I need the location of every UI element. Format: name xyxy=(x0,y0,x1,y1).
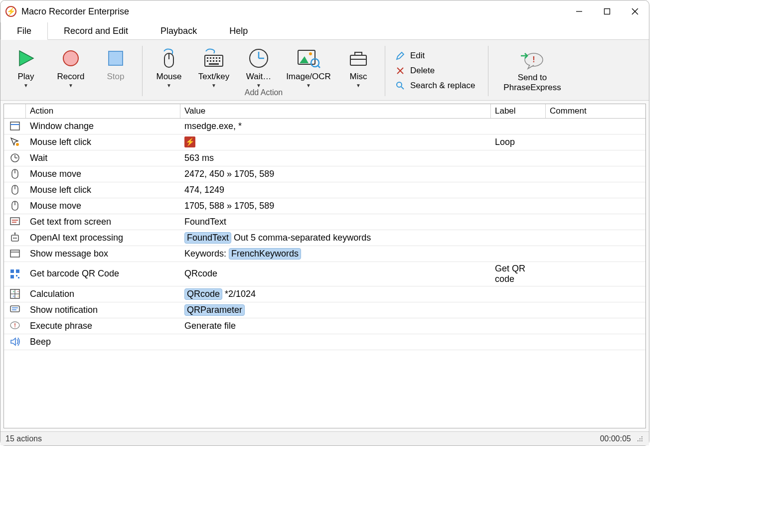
svg-marker-26 xyxy=(300,56,309,63)
pencil-icon xyxy=(395,51,405,61)
menu-file[interactable]: File xyxy=(0,22,48,40)
cell-label xyxy=(491,252,546,255)
clock-icon xyxy=(248,48,269,69)
menu-playback[interactable]: Playback xyxy=(145,22,213,39)
cell-label xyxy=(491,156,546,159)
table-row[interactable]: Get barcode QR CodeQRcodeGet QR code xyxy=(4,262,645,286)
table-row[interactable]: Window changemsedge.exe, * xyxy=(4,119,645,134)
table-header: Action Value Label Comment xyxy=(4,104,645,119)
cell-action: Mouse left click xyxy=(26,135,180,149)
cell-value-text: Generate file xyxy=(184,321,236,331)
table-row[interactable]: Beep xyxy=(4,334,645,350)
svg-rect-57 xyxy=(10,250,19,257)
menu-help[interactable]: Help xyxy=(213,22,264,39)
svg-text:!: ! xyxy=(14,322,16,328)
wait-button[interactable]: Wait… ▼ xyxy=(236,44,281,88)
cell-action: Calculation xyxy=(26,287,180,301)
textkey-button[interactable]: Text/key ▼ xyxy=(191,44,236,88)
maximize-button[interactable] xyxy=(593,0,621,22)
close-button[interactable] xyxy=(621,0,649,22)
record-button[interactable]: Record ▼ xyxy=(48,44,93,88)
cell-comment xyxy=(546,140,645,143)
send-to-phraseexpress-button[interactable]: ! Send to PhraseExpress xyxy=(492,42,572,100)
cell-comment xyxy=(546,292,645,295)
phraseexpress-icon: ! xyxy=(520,51,545,71)
statusbar: 15 actions 00:00:05 xyxy=(0,431,649,445)
table-row[interactable]: Mouse left click474, 1249 xyxy=(4,182,645,198)
variable-chip: QRcode xyxy=(184,288,222,300)
cell-value: QRParameter xyxy=(180,303,491,317)
cell-comment xyxy=(546,308,645,311)
mouse-icon xyxy=(9,168,20,179)
delete-icon xyxy=(395,66,405,76)
column-header-label[interactable]: Label xyxy=(491,104,546,118)
column-header-comment[interactable]: Comment xyxy=(546,104,645,118)
svg-rect-15 xyxy=(207,60,208,62)
misc-button[interactable]: Misc ▼ xyxy=(336,44,381,88)
column-header-value[interactable]: Value xyxy=(180,104,491,118)
resize-grip[interactable] xyxy=(636,435,644,443)
cell-value: 1705, 588 » 1705, 589 xyxy=(180,199,491,213)
delete-button[interactable]: Delete xyxy=(395,66,478,76)
imageocr-button[interactable]: Image/OCR ▼ xyxy=(281,44,336,88)
chevron-down-icon: ▼ xyxy=(166,83,171,88)
column-header-icon[interactable] xyxy=(4,104,26,118)
variable-chip: FrenchKeywords xyxy=(229,248,301,260)
column-header-action[interactable]: Action xyxy=(26,104,180,118)
svg-point-25 xyxy=(309,52,312,55)
cell-value-text: 474, 1249 xyxy=(184,185,224,195)
minimize-button[interactable] xyxy=(565,0,593,22)
cell-comment xyxy=(546,236,645,239)
chevron-down-icon: ▼ xyxy=(356,83,361,88)
svg-rect-20 xyxy=(209,63,219,65)
table-row[interactable]: Mouse move2472, 450 » 1705, 589 xyxy=(4,166,645,182)
cell-value: Generate file xyxy=(180,319,491,333)
cell-action: Beep xyxy=(26,335,180,349)
table-row[interactable]: Get text from screenFoundText xyxy=(4,214,645,230)
table-row[interactable]: Mouse left click⚡Loop xyxy=(4,134,645,150)
svg-text:!: ! xyxy=(532,55,535,64)
search-replace-button[interactable]: Search & replace xyxy=(395,81,478,91)
stop-icon xyxy=(107,50,124,67)
svg-text:÷: ÷ xyxy=(17,294,19,298)
table-row[interactable]: OpenAI text processingFoundText Out 5 co… xyxy=(4,230,645,246)
table-body[interactable]: Window changemsedge.exe, *Mouse left cli… xyxy=(4,119,645,428)
chevron-down-icon: ▼ xyxy=(23,83,28,88)
cell-value-text: FoundText xyxy=(184,217,226,227)
table-row[interactable]: Wait563 ms xyxy=(4,150,645,166)
cell-value-text: *2/1024 xyxy=(222,289,256,299)
play-button[interactable]: Play ▼ xyxy=(3,44,48,88)
stop-button[interactable]: Stop ▼ xyxy=(93,44,138,88)
svg-point-33 xyxy=(397,82,402,87)
cell-value-text: 563 ms xyxy=(184,153,214,163)
notify-icon xyxy=(9,304,20,315)
cell-value: msedge.exe, * xyxy=(180,120,491,133)
cell-comment xyxy=(546,324,645,327)
close-icon xyxy=(631,8,638,15)
table-row[interactable]: +−×÷CalculationQRcode *2/1024 xyxy=(4,286,645,302)
cell-value: QRcode *2/1024 xyxy=(180,287,491,301)
mouse-button[interactable]: Mouse ▼ xyxy=(147,44,191,88)
edit-button[interactable]: Edit xyxy=(395,51,478,61)
actions-table: Action Value Label Comment Window change… xyxy=(3,104,646,428)
table-row[interactable]: Show notificationQRParameter xyxy=(4,302,645,318)
chevron-down-icon: ▼ xyxy=(68,83,73,88)
table-row[interactable]: !Execute phraseGenerate file xyxy=(4,318,645,334)
keyboard-icon xyxy=(203,47,225,69)
svg-line-28 xyxy=(318,66,320,68)
table-row[interactable]: Mouse move1705, 588 » 1705, 589 xyxy=(4,198,645,214)
table-row[interactable]: Show message boxKeywords: FrenchKeywords xyxy=(4,246,645,262)
variable-chip: QRParameter xyxy=(184,304,245,316)
record-icon xyxy=(61,49,80,68)
svg-rect-61 xyxy=(10,275,14,278)
cell-action: Mouse left click xyxy=(26,183,180,197)
ribbon-group-edit: Edit Delete Search & replace xyxy=(389,42,484,100)
cell-action: Get barcode QR Code xyxy=(26,267,180,280)
svg-rect-62 xyxy=(16,275,17,276)
cell-value-text: 1705, 588 » 1705, 589 xyxy=(184,201,274,211)
svg-rect-63 xyxy=(18,277,19,278)
search-icon xyxy=(395,81,405,91)
cursor-click-icon xyxy=(9,136,20,147)
cell-action: Get text from screen xyxy=(26,215,180,229)
menu-record-and-edit[interactable]: Record and Edit xyxy=(48,22,145,39)
